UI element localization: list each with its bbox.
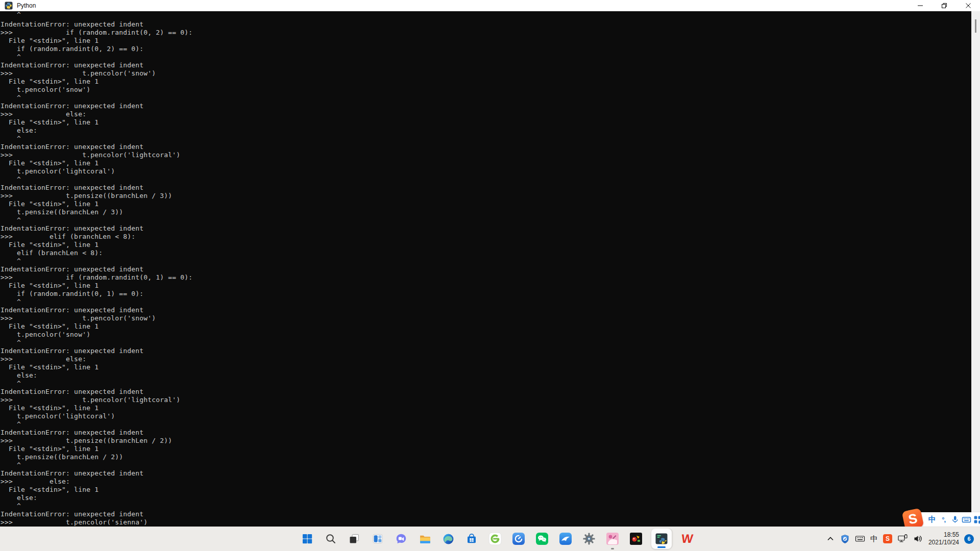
console-error-block: IndentationError: unexpected indent >>> … [0, 388, 971, 429]
shield-icon [840, 534, 850, 544]
console-error-block: IndentationError: unexpected indent >>> … [0, 265, 971, 306]
browser-360-button[interactable] [487, 531, 503, 547]
sogou-logo-letter: S [907, 511, 918, 528]
grid-icon [973, 515, 980, 524]
task-view-icon [348, 533, 360, 545]
scrollbar-thumb[interactable] [975, 19, 976, 33]
game-app-button[interactable] [628, 531, 644, 547]
security-shield-tray-button[interactable] [840, 533, 850, 545]
edge-button[interactable] [440, 531, 456, 547]
search-button[interactable] [323, 531, 339, 547]
ime-language-mode-button[interactable]: 中 [927, 513, 937, 525]
chat-button[interactable] [393, 531, 409, 547]
python-app-icon [5, 2, 13, 10]
start-button[interactable] [299, 531, 315, 547]
restore-icon [941, 3, 947, 9]
thunder-button[interactable] [557, 531, 574, 547]
minimize-icon [917, 3, 923, 9]
console-scrollbar[interactable] [971, 11, 980, 527]
pictures-app-button[interactable] [604, 531, 621, 547]
running-indicator-dot [611, 548, 614, 549]
console-error-block: IndentationError: unexpected indent >>> … [0, 510, 971, 527]
console-error-block: IndentationError: unexpected indent >>> … [0, 306, 971, 347]
window-title: Python [17, 0, 36, 11]
volume-tray-button[interactable] [913, 533, 923, 545]
console-error-block: IndentationError: unexpected indent >>> … [0, 143, 971, 184]
touch-keyboard-icon [855, 534, 865, 544]
ime-mic-button[interactable] [950, 513, 960, 525]
sogou-ime-bar[interactable]: S 中 °, [912, 512, 980, 527]
windows-logo-icon [301, 533, 313, 545]
task-view-button[interactable] [346, 531, 362, 547]
edge-icon [442, 533, 455, 545]
sogou-s-icon: S [883, 534, 892, 543]
store-button[interactable] [463, 531, 480, 547]
clock[interactable]: 18:55 2021/10/24 [928, 531, 959, 546]
touch-keyboard-tray-button[interactable] [855, 533, 865, 545]
console-partial-caret-line: ^ [0, 11, 971, 20]
console-error-block: IndentationError: unexpected indent >>> … [0, 224, 971, 265]
desktop: Python ^ Indentat [0, 0, 980, 551]
python-console-taskbar-button[interactable] [651, 529, 672, 549]
console-error-block: IndentationError: unexpected indent >>> … [0, 20, 971, 61]
clock-time: 18:55 [944, 531, 959, 539]
restore-button[interactable] [932, 0, 956, 11]
settings-button[interactable] [581, 531, 597, 547]
taskbar-icons: W [299, 527, 695, 551]
mic-icon [950, 515, 960, 524]
widgets-button[interactable] [370, 531, 386, 547]
console-error-block: IndentationError: unexpected indent >>> … [0, 429, 971, 469]
ethernet-network-icon [897, 534, 908, 544]
window-titlebar[interactable]: Python [0, 0, 980, 11]
console-error-block: IndentationError: unexpected indent >>> … [0, 469, 971, 510]
minimize-button[interactable] [908, 0, 932, 11]
file-explorer-button[interactable] [416, 531, 433, 547]
picture-app-icon [606, 532, 619, 545]
search-icon [325, 533, 337, 545]
system-tray: 中 S 18:55 2021/10/24 6 [826, 527, 980, 551]
browser-360-icon [488, 532, 502, 545]
python-console-icon [655, 532, 668, 545]
network-tray-button[interactable] [897, 533, 908, 545]
tray-overflow-button[interactable] [826, 533, 835, 545]
thunder-bird-icon [559, 532, 572, 545]
sogou-browser-button[interactable] [510, 531, 527, 547]
clock-date: 2021/10/24 [928, 539, 959, 546]
chat-icon [395, 533, 407, 545]
chevron-up-icon [826, 534, 835, 543]
notification-count-badge[interactable]: 6 [964, 534, 974, 544]
ime-toolbox-button[interactable] [973, 513, 980, 525]
widgets-icon [372, 533, 384, 545]
wechat-icon [535, 532, 549, 545]
active-window-indicator [657, 546, 666, 548]
console-error-block: IndentationError: unexpected indent >>> … [0, 184, 971, 224]
ime-indicator-tray-button[interactable]: 中 [870, 533, 878, 545]
store-bag-icon [465, 533, 478, 545]
ime-punctuation-button[interactable]: °, [938, 513, 948, 525]
folder-icon [419, 533, 431, 545]
ime-keyboard-button[interactable] [961, 513, 971, 525]
console-error-blocks: IndentationError: unexpected indent >>> … [0, 20, 971, 527]
console-error-block: IndentationError: unexpected indent >>> … [0, 61, 971, 102]
wps-w-icon: W [680, 533, 693, 545]
game-app-icon [629, 532, 643, 545]
wps-office-button[interactable]: W [679, 531, 695, 547]
sogou-browser-icon [512, 532, 525, 545]
wechat-button[interactable] [534, 531, 550, 547]
gear-icon [582, 532, 596, 545]
sogou-tray-button[interactable]: S [883, 533, 892, 545]
close-button[interactable] [956, 0, 980, 11]
console-error-block: IndentationError: unexpected indent >>> … [0, 102, 971, 143]
console-error-block: IndentationError: unexpected indent >>> … [0, 347, 971, 388]
keyboard-icon [962, 515, 971, 524]
speaker-icon [913, 534, 923, 543]
python-console-output[interactable]: ^ IndentationError: unexpected indent >>… [0, 11, 971, 527]
close-icon [965, 3, 971, 9]
